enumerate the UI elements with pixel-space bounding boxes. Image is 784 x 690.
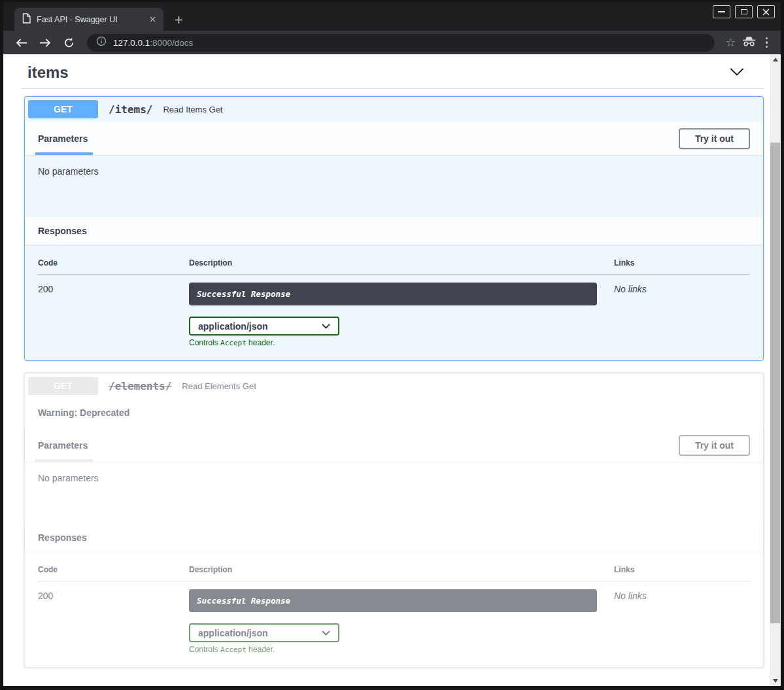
browser-tab[interactable]: Fast API - Swagger UI xyxy=(14,8,163,31)
responses-table: Code Description Links 200 Successful Re… xyxy=(38,562,750,654)
media-type-select[interactable]: application/json xyxy=(189,623,339,642)
media-type-value: application/json xyxy=(198,628,268,638)
url-text: 127.0.0.1:8000/docs xyxy=(113,38,193,48)
column-header-links: Links xyxy=(614,562,750,581)
operation-summary[interactable]: GET /elements/ Read Elements Get xyxy=(25,373,763,398)
operation-description: Read Items Get xyxy=(163,105,222,114)
tab-close-icon[interactable] xyxy=(146,14,158,26)
scroll-down-icon[interactable] xyxy=(770,676,781,686)
window-controls xyxy=(713,5,775,18)
tab-parameters[interactable]: Parameters xyxy=(38,133,88,144)
column-header-code: Code xyxy=(38,256,189,275)
response-description: Successful Response xyxy=(189,283,597,305)
reload-icon[interactable] xyxy=(60,33,78,52)
no-links-text: No links xyxy=(614,581,750,654)
browser-window: Fast API - Swagger UI xyxy=(3,2,781,686)
tab-bar: Fast API - Swagger UI xyxy=(3,2,781,31)
response-description-cell: Successful Response application/json Con… xyxy=(189,581,614,654)
operation-get-items: GET /items/ Read Items Get Parameters Tr… xyxy=(24,96,764,361)
active-tab-indicator xyxy=(35,459,93,462)
url-bar[interactable]: 127.0.0.1:8000/docs xyxy=(87,34,715,52)
page-favicon-icon xyxy=(22,13,31,26)
tag-section-header[interactable]: items xyxy=(21,58,764,89)
back-icon[interactable] xyxy=(12,33,31,52)
minimize-icon[interactable] xyxy=(713,5,730,18)
tab-parameters[interactable]: Parameters xyxy=(38,440,88,451)
response-code: 200 xyxy=(38,275,189,347)
media-type-select[interactable]: application/json xyxy=(189,317,339,336)
media-type-value: application/json xyxy=(198,321,268,332)
close-icon[interactable] xyxy=(757,5,775,18)
menu-dots-icon[interactable] xyxy=(762,37,772,48)
swagger-page: items GET /items/ Read Items Get xyxy=(3,54,770,686)
responses-heading: Responses xyxy=(38,532,87,543)
operation-path: /elements/ xyxy=(105,380,175,392)
chevron-down-icon[interactable] xyxy=(730,67,744,78)
operation-path: /items/ xyxy=(105,103,156,116)
no-parameters-text: No parameters xyxy=(25,462,763,524)
responses-header: Responses xyxy=(25,217,763,245)
active-tab-indicator xyxy=(35,152,93,155)
bookmark-star-icon[interactable]: ☆ xyxy=(725,37,736,48)
response-description-cell: Successful Response application/json Con… xyxy=(189,275,614,347)
response-code: 200 xyxy=(38,581,189,654)
no-parameters-text: No parameters xyxy=(25,155,763,217)
responses-heading: Responses xyxy=(38,226,87,236)
operation-description: Read Elements Get xyxy=(182,381,256,391)
vertical-scrollbar[interactable] xyxy=(770,54,781,686)
new-tab-icon[interactable] xyxy=(170,11,187,28)
response-description: Successful Response xyxy=(189,589,597,612)
window-frame: Fast API - Swagger UI xyxy=(0,0,784,690)
try-it-out-button[interactable]: Try it out xyxy=(679,435,750,456)
chevron-down-icon xyxy=(322,324,330,329)
browser-toolbar: 127.0.0.1:8000/docs ☆ xyxy=(3,31,781,54)
deprecation-warning: Warning: Deprecated xyxy=(25,398,763,428)
column-header-description: Description xyxy=(189,256,614,275)
scroll-up-icon[interactable] xyxy=(770,54,781,65)
chevron-down-icon xyxy=(322,630,330,636)
scrollbar-thumb[interactable] xyxy=(770,143,780,623)
method-badge: GET xyxy=(28,100,98,118)
forward-icon[interactable] xyxy=(36,33,54,52)
site-info-icon[interactable] xyxy=(96,36,107,49)
page-content: items GET /items/ Read Items Get xyxy=(3,54,781,686)
no-links-text: No links xyxy=(614,275,750,347)
maximize-icon[interactable] xyxy=(735,5,753,18)
column-header-description: Description xyxy=(189,562,614,581)
controls-accept-note: Controls Accept header. xyxy=(189,645,597,654)
parameters-header: Parameters Try it out xyxy=(25,122,763,155)
responses-body: Code Description Links 200 Successful Re… xyxy=(25,245,763,360)
method-badge: GET xyxy=(28,377,98,395)
url-path: :8000/docs xyxy=(150,38,193,48)
incognito-icon xyxy=(741,36,757,50)
responses-header: Responses xyxy=(25,524,763,551)
operation-summary[interactable]: GET /items/ Read Items Get xyxy=(25,97,763,122)
responses-body: Code Description Links 200 Successful Re… xyxy=(25,551,763,667)
column-header-links: Links xyxy=(614,256,750,275)
try-it-out-button[interactable]: Try it out xyxy=(679,128,750,149)
column-header-code: Code xyxy=(38,562,189,581)
controls-accept-note: Controls Accept header. xyxy=(189,338,597,347)
tag-title: items xyxy=(27,63,69,82)
parameters-header: Parameters Try it out xyxy=(25,428,763,462)
responses-table: Code Description Links 200 Successful Re… xyxy=(38,256,750,347)
tab-title: Fast API - Swagger UI xyxy=(37,15,141,24)
url-host: 127.0.0.1 xyxy=(113,38,150,48)
operation-get-elements-deprecated: GET /elements/ Read Elements Get Warning… xyxy=(24,373,764,668)
